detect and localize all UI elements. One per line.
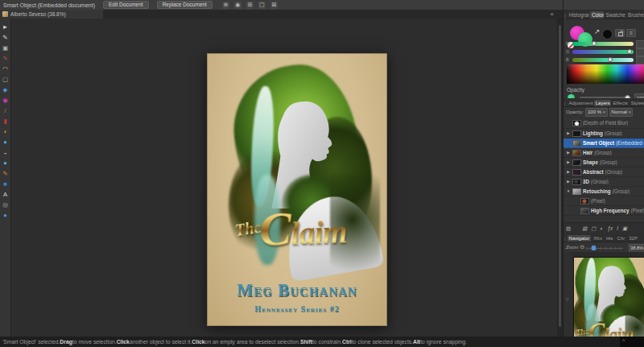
expand-arrow-icon[interactable]: ▶ xyxy=(566,131,571,135)
transform-origin-icon[interactable]: ⊕ xyxy=(222,2,229,9)
effects-icon[interactable]: ƒx xyxy=(607,225,613,232)
layer-thumbnail xyxy=(572,130,581,137)
layer-row[interactable]: ▶Shape(Group) xyxy=(564,158,644,167)
layer-row[interactable]: ▶3D(Group) xyxy=(564,177,644,187)
lock-opacity-button[interactable] xyxy=(615,29,625,37)
gradient-tool[interactable]: ◉ xyxy=(0,95,10,105)
navigator-scrollbar[interactable]: ▽ xyxy=(564,252,572,347)
navigator-preview[interactable]: Claim The xyxy=(573,257,644,339)
pen-tool[interactable]: ✎ xyxy=(0,32,10,43)
selection-brush-tool[interactable]: ✎ xyxy=(0,53,10,64)
snapping-icon[interactable]: ⊠ xyxy=(270,2,278,9)
picked-color-swatch[interactable] xyxy=(602,29,613,39)
slider-value-field[interactable] xyxy=(636,56,644,64)
crop-tool[interactable]: ▣ xyxy=(0,43,10,53)
expand-arrow-icon[interactable]: ▶ xyxy=(566,170,571,174)
book-cover-artwork[interactable]: Claim The Meg Buchanan Hennessey Series … xyxy=(207,53,387,326)
tab-chr[interactable]: Chr xyxy=(616,235,627,242)
tab-32p[interactable]: 32P xyxy=(627,235,639,242)
layer-name: Shape xyxy=(583,159,598,165)
layer-row[interactable]: High Frequency(Pixel) xyxy=(564,206,644,216)
layer-opacity-dropdown[interactable]: 100 % ▾ xyxy=(585,108,608,117)
layers-footer-left-icon[interactable]: ▨ xyxy=(566,225,571,232)
edit-document-button[interactable]: Edit Document xyxy=(103,1,149,9)
flood-fill-tool[interactable]: ◆ xyxy=(0,85,10,95)
tab-brushes[interactable]: Brushes xyxy=(626,11,644,19)
shape-tool[interactable]: ■ xyxy=(0,179,10,189)
layer-row[interactable]: Smart Object(Embedded d xyxy=(564,138,644,148)
tab-navigator[interactable]: Navigator xyxy=(568,235,592,242)
tab-xfm[interactable]: Xfm xyxy=(592,235,604,242)
layer-row[interactable]: ▼Retouching(Group) xyxy=(564,187,644,196)
color-panel-menu-button[interactable]: ≡ xyxy=(626,29,636,37)
smudge-tool[interactable]: ✎ xyxy=(0,168,10,179)
layer-name: 3D xyxy=(583,179,589,184)
tab-effects[interactable]: Effects xyxy=(612,100,629,106)
move-tool[interactable]: ► xyxy=(0,22,10,32)
text-icon[interactable]: I xyxy=(617,225,618,232)
slider-track[interactable] xyxy=(572,42,634,46)
dodge-tool[interactable]: ◒ xyxy=(0,147,10,158)
layer-thumbnail xyxy=(572,140,581,147)
tab-his[interactable]: His xyxy=(605,235,615,242)
canvas-vertical-scrollbar[interactable] xyxy=(557,19,563,337)
group-icon[interactable]: ▣ xyxy=(622,225,627,232)
document-tab-label: Alberto Seveso (38.8%) xyxy=(10,11,66,17)
layer-type: (Group) xyxy=(591,179,609,184)
show-alignment-handles-icon[interactable]: ⊞ xyxy=(246,2,254,9)
tab-styles[interactable]: Styles xyxy=(630,100,644,106)
blur-tool[interactable]: ● xyxy=(0,158,10,168)
zoom-slider-knob[interactable] xyxy=(592,246,596,250)
close-icon[interactable]: × xyxy=(550,10,554,18)
slider-knob[interactable] xyxy=(608,57,613,62)
marquee-select-tool[interactable]: ▢ xyxy=(0,74,10,85)
color-picker-tool[interactable]: / xyxy=(0,105,10,116)
clone-tool[interactable]: ● xyxy=(0,137,10,147)
layer-row[interactable]: ▶Hair(Group) xyxy=(564,148,644,158)
expand-arrow-icon[interactable]: ▶ xyxy=(566,180,571,184)
expand-arrow-icon[interactable]: ▶ xyxy=(566,151,571,155)
adjustment-icon[interactable]: ◐ xyxy=(600,225,603,232)
transform-separately-icon[interactable]: ▢ xyxy=(258,2,266,9)
zoom-out-icon[interactable]: ⊖ xyxy=(580,244,584,250)
healing-brush-tool[interactable]: ◗ xyxy=(0,126,10,137)
slider-knob[interactable] xyxy=(592,41,597,46)
expand-arrow-icon[interactable]: ▶ xyxy=(566,160,571,164)
hide-selection-icon[interactable]: ◉ xyxy=(234,2,242,9)
tab-adjustment[interactable]: Adjustment xyxy=(568,100,593,106)
cover-title-block: Claim The xyxy=(208,200,386,271)
layers-footer-icons: ▤▢◐ƒxI▣ xyxy=(582,225,627,232)
link-icon[interactable]: ▤ xyxy=(582,225,587,232)
blend-mode-dropdown[interactable]: Normal ▾ xyxy=(609,108,634,117)
text-tool[interactable]: A xyxy=(0,189,10,200)
color-spectrum-strip[interactable] xyxy=(567,64,644,84)
slider-knob[interactable] xyxy=(627,49,632,54)
tab-layers[interactable]: Layers xyxy=(594,100,611,106)
layer-row[interactable]: (Pixel) xyxy=(564,196,644,206)
node-tool[interactable]: ◎ xyxy=(0,200,10,210)
layer-row[interactable]: ▶Lighting(Group) xyxy=(564,129,644,138)
slider-track[interactable] xyxy=(572,58,634,62)
scrollbar-thumb[interactable] xyxy=(559,25,561,327)
tab-swatches[interactable]: Swatches xyxy=(605,11,625,19)
replace-document-button[interactable]: Replace Document xyxy=(157,1,213,9)
tab-histogram[interactable]: Histogram xyxy=(568,11,590,19)
slider-track[interactable] xyxy=(572,50,634,54)
document-thumbnail-icon xyxy=(2,11,8,17)
lasso-tool[interactable]: ◠ xyxy=(0,64,10,74)
eyedropper-icon[interactable]: ↗ xyxy=(594,27,601,35)
slider-value-field[interactable] xyxy=(636,40,644,48)
tab-color[interactable]: Color xyxy=(590,11,603,19)
tab-separator: | xyxy=(564,237,566,242)
canvas[interactable]: Claim The Meg Buchanan Hennessey Series … xyxy=(11,19,557,337)
layer-row[interactable]: ▶Abstract(Group) xyxy=(564,167,644,177)
paint-brush-tool[interactable]: ▮ xyxy=(0,116,10,126)
layer-row[interactable]: (Depth of Field Blur) xyxy=(564,118,644,129)
zoom-tool[interactable]: ● xyxy=(0,210,10,221)
chevron-up-icon[interactable]: ^ xyxy=(622,338,625,344)
mask-icon[interactable]: ▢ xyxy=(591,225,596,232)
document-tab[interactable]: Alberto Seveso (38.8%) xyxy=(0,10,103,19)
collapse-arrow-icon[interactable]: ▼ xyxy=(566,189,571,193)
zoom-slider[interactable] xyxy=(586,247,623,250)
slider-value-field[interactable] xyxy=(636,48,644,56)
